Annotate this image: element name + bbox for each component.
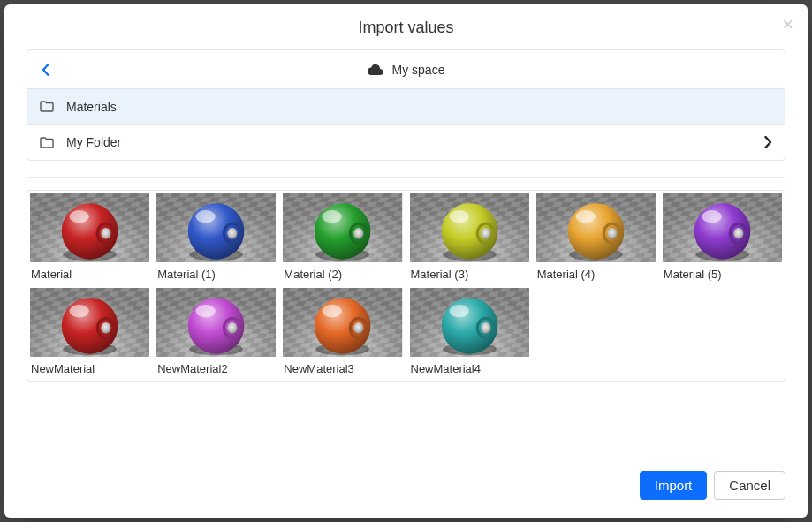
material-thumbnail: [536, 193, 656, 262]
material-tile[interactable]: Material: [30, 193, 149, 281]
modal-title: Import values: [22, 19, 790, 37]
material-thumbnail: [30, 193, 149, 262]
chevron-left-icon: [42, 64, 49, 76]
material-thumbnail: [156, 193, 276, 262]
material-label: Material (5): [663, 268, 782, 281]
section-divider: [27, 177, 785, 178]
svg-point-79: [227, 322, 237, 334]
material-tile[interactable]: NewMaterial3: [283, 288, 402, 375]
folder-label: Materials: [66, 100, 772, 114]
folder-list: MaterialsMy Folder: [27, 89, 785, 160]
modal-header: Import values ×: [4, 4, 808, 49]
svg-point-99: [481, 322, 490, 334]
material-thumbnail: [30, 288, 149, 357]
material-thumbnail: [283, 288, 402, 357]
material-tile[interactable]: Material (5): [663, 193, 782, 281]
material-tile[interactable]: NewMaterial2: [156, 288, 276, 375]
material-tile[interactable]: Material (3): [410, 193, 529, 281]
location-label: My space: [392, 63, 445, 77]
svg-point-17: [196, 210, 216, 223]
svg-point-59: [733, 228, 743, 239]
material-tile[interactable]: Material (4): [536, 193, 656, 281]
svg-point-77: [196, 305, 216, 317]
browser-header: My space: [27, 50, 785, 89]
material-grid: Material: [30, 193, 782, 375]
current-location: My space: [63, 63, 749, 77]
material-label: Material (4): [536, 268, 656, 281]
svg-point-69: [101, 322, 110, 334]
chevron-right-icon: [764, 136, 772, 148]
import-values-modal: Import values × My space MaterialsMy Fol…: [4, 4, 808, 518]
close-icon: ×: [782, 13, 793, 35]
modal-body: My space MaterialsMy Folder: [4, 49, 808, 458]
material-tile[interactable]: Material (2): [283, 193, 402, 281]
folder-row[interactable]: Materials: [27, 89, 785, 125]
svg-point-89: [354, 322, 364, 334]
svg-point-67: [70, 305, 89, 317]
import-button[interactable]: Import: [640, 471, 708, 500]
svg-point-49: [607, 228, 617, 239]
material-label: Material (3): [410, 268, 529, 281]
svg-point-39: [481, 228, 490, 239]
folder-browser: My space MaterialsMy Folder: [27, 49, 785, 161]
folder-icon: [40, 101, 54, 112]
material-label: Material: [30, 268, 149, 281]
svg-point-87: [323, 305, 342, 317]
cloud-icon: [368, 64, 383, 75]
material-label: NewMaterial3: [283, 362, 402, 375]
material-tile[interactable]: NewMaterial4: [410, 288, 529, 375]
svg-point-27: [323, 210, 342, 223]
close-button[interactable]: ×: [782, 15, 793, 34]
svg-point-9: [101, 228, 110, 239]
material-label: NewMaterial2: [156, 362, 276, 375]
folder-label: My Folder: [66, 135, 752, 149]
material-thumbnail: [410, 193, 529, 262]
material-label: NewMaterial4: [410, 362, 529, 375]
svg-point-7: [70, 210, 89, 223]
material-thumbnail: [663, 193, 782, 262]
material-thumbnail: [283, 193, 402, 262]
svg-point-57: [702, 210, 721, 223]
material-thumbnail: [410, 288, 529, 357]
svg-point-47: [575, 210, 595, 223]
svg-point-29: [354, 228, 364, 239]
material-label: NewMaterial: [30, 362, 149, 375]
material-grid-panel: Material: [27, 190, 785, 382]
folder-icon: [40, 137, 54, 148]
modal-footer: Import Cancel: [4, 458, 808, 518]
svg-point-37: [449, 210, 468, 223]
svg-point-19: [227, 228, 237, 239]
folder-row[interactable]: My Folder: [27, 125, 785, 160]
back-button[interactable]: [27, 64, 63, 76]
material-label: Material (1): [156, 268, 276, 281]
svg-point-97: [449, 305, 468, 317]
material-tile[interactable]: Material (1): [156, 193, 276, 281]
material-thumbnail: [156, 288, 276, 357]
material-tile[interactable]: NewMaterial: [30, 288, 149, 375]
material-label: Material (2): [283, 268, 402, 281]
cancel-button[interactable]: Cancel: [714, 471, 785, 500]
